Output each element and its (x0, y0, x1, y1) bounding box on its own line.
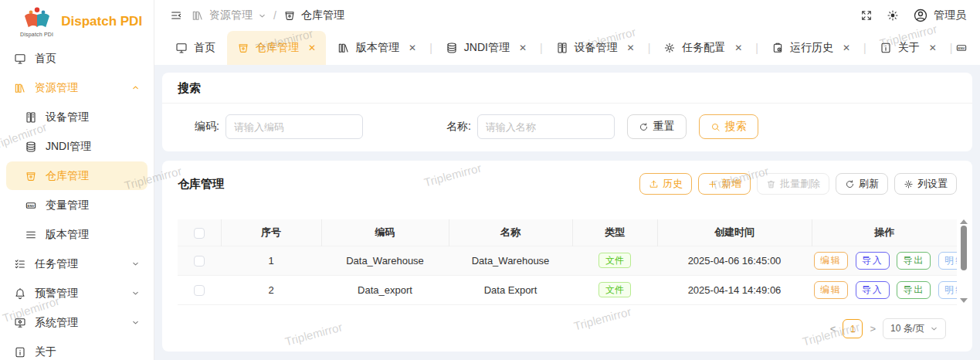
chevron-down-icon[interactable] (258, 12, 266, 20)
cell-created: 2025-04-06 16:45:00 (657, 246, 812, 275)
table-scrollbar[interactable] (959, 219, 968, 303)
refresh-icon (639, 122, 649, 132)
cell-name: Data Export (449, 275, 572, 304)
column-settings-button[interactable]: 列设置 (894, 173, 957, 195)
tab-run-history[interactable]: 运行历史 ✕ (761, 31, 860, 65)
close-icon[interactable]: ✕ (519, 42, 527, 53)
sidebar-item-variable-management[interactable]: 变量管理 (6, 191, 148, 219)
cell-no: 2 (221, 275, 321, 304)
tab-tools (955, 41, 980, 55)
page-number[interactable]: 1 (843, 319, 863, 338)
tab-label: 仓库管理 (256, 41, 299, 55)
row-checkbox[interactable] (194, 285, 205, 296)
sidebar-item-jndi-management[interactable]: JNDI管理 (6, 132, 148, 161)
export-button[interactable]: 导出 (897, 281, 931, 299)
database-icon (25, 141, 37, 153)
sidebar-item-system-management[interactable]: 系统管理 (6, 308, 148, 337)
breadcrumb-current: 仓库管理 (301, 8, 344, 22)
page-size-value: 10 条/页 (890, 322, 924, 335)
close-icon[interactable]: ✕ (627, 42, 635, 53)
tab-device-management[interactable]: 设备管理 ✕ (546, 31, 645, 65)
tab-separator: | (754, 42, 760, 54)
scrollbar-track[interactable] (961, 226, 967, 297)
table-header-row: 序号 编码 名称 类型 创建时间 操作 (178, 219, 957, 246)
name-field-label: 名称: (446, 120, 471, 134)
sidebar-item-task-management[interactable]: 任务管理 (6, 250, 148, 278)
env-icon[interactable] (955, 42, 968, 54)
breadcrumb: 资源管理 / 仓库管理 (192, 8, 344, 22)
close-icon[interactable]: ✕ (929, 42, 937, 53)
select-all-checkbox[interactable] (194, 228, 205, 239)
cell-code: Data_export (321, 275, 449, 304)
sidebar-fold-icon[interactable] (170, 9, 182, 22)
sidebar-item-alert-management[interactable]: 预警管理 (6, 279, 148, 307)
batch-delete-button[interactable]: 批量删除 (757, 173, 829, 195)
name-input[interactable] (477, 114, 615, 139)
user-menu[interactable]: 管理员 (913, 8, 966, 23)
page-size-select[interactable]: 10 条/页 (883, 318, 946, 339)
close-icon[interactable]: ✕ (409, 42, 416, 53)
column-header: 名称 (449, 219, 572, 246)
sidebar-item-about[interactable]: 关于 (6, 338, 148, 360)
scroll-down-icon[interactable] (960, 298, 968, 303)
detail-button[interactable]: 明细 (938, 281, 957, 299)
column-header: 操作 (812, 219, 957, 246)
tab-warehouse-management[interactable]: 仓库管理 ✕ (227, 31, 326, 65)
prev-page-icon[interactable]: < (830, 323, 836, 335)
app-logo: Dispatch PDI (20, 6, 53, 37)
library-icon (337, 42, 350, 54)
app-window: Dispatch PDI Dispatch PDI 首页 资源管理 设备管理 J… (0, 0, 980, 360)
pagination: < 1 > 10 条/页 (830, 311, 957, 342)
refresh-button[interactable]: 刷新 (836, 173, 888, 195)
tab-bar: 首页 仓库管理 ✕ 版本管理 ✕ | JNDI管理 ✕ | 设备管理 (154, 31, 980, 65)
env-icon (25, 199, 37, 212)
close-icon[interactable]: ✕ (308, 42, 316, 53)
fullscreen-icon[interactable] (860, 9, 873, 22)
import-button[interactable]: 导入 (856, 281, 890, 299)
tab-label: 设备管理 (575, 41, 618, 55)
column-settings-button-label: 列设置 (917, 177, 948, 191)
column-header: 编码 (321, 219, 449, 246)
search-icon (710, 122, 721, 132)
scroll-up-icon[interactable] (960, 219, 968, 224)
breadcrumb-parent[interactable]: 资源管理 (209, 8, 253, 22)
import-button[interactable]: 导入 (856, 252, 890, 270)
sidebar-item-home[interactable]: 首页 (6, 44, 148, 73)
sidebar-item-device-management[interactable]: 设备管理 (6, 103, 148, 131)
sidebar-item-resource-management[interactable]: 资源管理 (6, 73, 148, 102)
row-checkbox[interactable] (194, 256, 205, 267)
tab-version-management[interactable]: 版本管理 ✕ (327, 31, 426, 65)
detail-button[interactable]: 明细 (938, 252, 957, 270)
edit-button[interactable]: 编辑 (814, 281, 848, 299)
refresh-icon (845, 179, 855, 189)
next-page-icon[interactable]: > (870, 323, 876, 335)
sidebar-item-label: 首页 (35, 52, 56, 66)
brand-title: Dispatch PDI (61, 14, 142, 29)
tab-task-config[interactable]: 任务配置 ✕ (653, 31, 752, 65)
sidebar-item-label: 仓库管理 (46, 169, 89, 183)
task-list-icon (14, 258, 26, 270)
name-field-group: 名称: (446, 114, 615, 139)
theme-sun-icon[interactable] (887, 9, 899, 22)
reset-button[interactable]: 重置 (627, 114, 687, 139)
sidebar-item-warehouse-management[interactable]: 仓库管理 (6, 161, 148, 190)
tab-separator: | (948, 42, 955, 54)
sidebar-item-version-management[interactable]: 版本管理 (6, 220, 148, 249)
clipboard-clock-icon (771, 42, 784, 54)
close-icon[interactable]: ✕ (734, 42, 742, 53)
export-button[interactable]: 导出 (897, 252, 931, 270)
tab-jndi-management[interactable]: JNDI管理 ✕ (436, 31, 537, 65)
scrollbar-thumb[interactable] (961, 226, 967, 270)
tab-home[interactable]: 首页 (165, 31, 226, 65)
code-input[interactable] (226, 114, 363, 139)
edit-button[interactable]: 编辑 (814, 252, 848, 270)
code-field-group: 编码: (195, 114, 363, 139)
search-button[interactable]: 搜索 (699, 114, 758, 139)
history-button[interactable]: 历史 (639, 173, 692, 195)
logo-row: Dispatch PDI Dispatch PDI (0, 0, 154, 40)
close-icon[interactable]: ✕ (843, 42, 850, 53)
info-icon (880, 42, 892, 54)
tab-about[interactable]: 关于 ✕ (870, 31, 947, 65)
add-button[interactable]: 新增 (698, 173, 751, 195)
column-header: 类型 (572, 219, 657, 246)
